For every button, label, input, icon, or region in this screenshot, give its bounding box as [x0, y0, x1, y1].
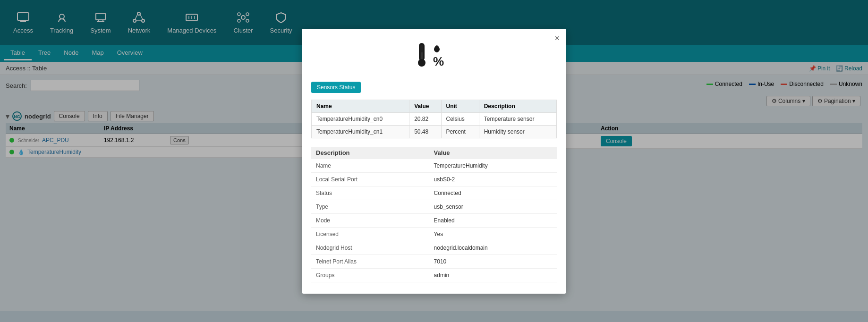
- sensor-unit: Celsius: [441, 112, 479, 125]
- sensor-unit: Percent: [441, 125, 479, 138]
- modal-close-button[interactable]: ×: [554, 34, 560, 43]
- sensor-value: 20.82: [409, 112, 441, 125]
- info-label: Groups: [311, 269, 429, 282]
- sensor-value: 50.48: [409, 125, 441, 138]
- info-value: Enabled: [429, 214, 557, 227]
- info-label: Telnet Port Alias: [311, 255, 429, 268]
- info-row: Local Serial Port usbS0-2: [311, 173, 557, 186]
- sensor-name: TemperatureHumidity_cn1: [312, 125, 409, 138]
- svg-point-30: [418, 59, 425, 67]
- svg-rect-29: [421, 52, 423, 60]
- info-label: Status: [311, 186, 429, 200]
- info-label: Licensed: [311, 228, 429, 241]
- info-row: Mode Enabled: [311, 214, 557, 228]
- sensor-name: TemperatureHumidity_cn0: [312, 112, 409, 125]
- sensor-col-value: Value: [409, 100, 441, 112]
- info-value: 7010: [429, 255, 557, 268]
- info-row: Name TemperatureHumidity: [311, 159, 557, 173]
- info-row: Telnet Port Alias 7010: [311, 255, 557, 269]
- sensor-table: Name Value Unit Description TemperatureH…: [311, 100, 557, 138]
- info-value: usb_sensor: [429, 200, 557, 213]
- info-section-header: Description Value: [311, 147, 557, 159]
- info-row: Groups admin: [311, 269, 557, 282]
- info-label: Name: [311, 159, 429, 172]
- info-value: TemperatureHumidity: [429, 159, 557, 172]
- info-label: Local Serial Port: [311, 173, 429, 186]
- sensor-col-desc: Description: [479, 100, 556, 112]
- info-value: usbS0-2: [429, 173, 557, 186]
- info-row: Status Connected: [311, 186, 557, 200]
- modal-overlay: × % Sensors Status Name Value Un: [0, 0, 868, 311]
- sensor-col-unit: Unit: [441, 100, 479, 112]
- modal-icon: %: [311, 38, 557, 76]
- info-rows: Name TemperatureHumidity Local Serial Po…: [311, 159, 557, 282]
- info-label: Type: [311, 200, 429, 213]
- info-label: Mode: [311, 214, 429, 227]
- sensor-row: TemperatureHumidity_cn0 20.82 Celsius Te…: [312, 112, 557, 125]
- info-value: admin: [429, 269, 557, 282]
- sensors-status-tab[interactable]: Sensors Status: [311, 82, 361, 93]
- info-label: Nodegrid Host: [311, 241, 429, 254]
- info-value: nodegrid.localdomain: [429, 241, 557, 254]
- info-value: Connected: [429, 186, 557, 200]
- info-row: Type usb_sensor: [311, 200, 557, 214]
- temp-humidity-icon: %: [415, 38, 453, 76]
- info-value: Yes: [429, 228, 557, 241]
- sensor-col-name: Name: [312, 100, 409, 112]
- svg-text:%: %: [433, 54, 444, 68]
- modal-dialog: × % Sensors Status Name Value Un: [302, 29, 566, 294]
- sensor-desc: Humidity sensor: [479, 125, 556, 138]
- info-row: Nodegrid Host nodegrid.localdomain: [311, 241, 557, 255]
- sensor-desc: Temperature sensor: [479, 112, 556, 125]
- sensor-row: TemperatureHumidity_cn1 50.48 Percent Hu…: [312, 125, 557, 138]
- info-row: Licensed Yes: [311, 228, 557, 241]
